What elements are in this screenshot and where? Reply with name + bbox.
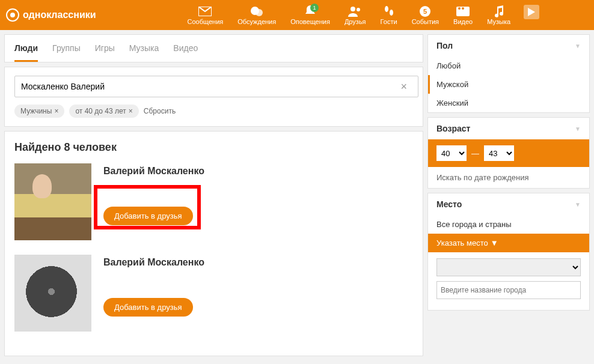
filter-header[interactable]: Место ▼ — [428, 193, 589, 215]
svg-point-10 — [462, 7, 464, 10]
chip-age[interactable]: от 40 до 43 лет× — [69, 105, 138, 118]
chevron-down-icon: ▼ — [575, 126, 581, 132]
nav-events[interactable]: 5 События — [405, 5, 446, 25]
chip-remove-icon[interactable]: × — [129, 107, 133, 115]
nav-label: Гости — [381, 18, 397, 25]
gender-male[interactable]: Мужской — [428, 75, 589, 94]
nav-music[interactable]: Музыка — [480, 5, 518, 25]
results-panel: Найдено 8 человек Валерий Москаленко Доб… — [4, 131, 423, 356]
nav-label: Друзья — [344, 18, 366, 25]
friends-icon — [344, 5, 366, 18]
clear-icon[interactable]: × — [400, 80, 407, 93]
nav-video[interactable]: Видео — [446, 5, 480, 25]
envelope-icon — [188, 5, 224, 18]
place-choose[interactable]: Указать место ▼ — [428, 234, 589, 252]
svg-point-2 — [351, 7, 355, 11]
nav-label: Музыка — [487, 18, 510, 25]
chevron-down-icon: ▼ — [575, 201, 581, 208]
age-from-select[interactable]: 40 — [436, 145, 467, 161]
svg-text:5: 5 — [423, 8, 427, 15]
nav: Сообщения Обсуждения 1 Оповещения Друзья… — [180, 5, 540, 25]
nav-discussions[interactable]: Обсуждения — [230, 5, 283, 25]
svg-point-5 — [390, 10, 393, 16]
add-friend-button[interactable]: Добавить в друзья — [103, 207, 193, 225]
tab-people[interactable]: Люди — [14, 35, 38, 62]
dash: — — [471, 149, 479, 158]
chip-remove-icon[interactable]: × — [54, 107, 58, 115]
filter-place: Место ▼ Все города и страны Указать мест… — [427, 193, 590, 311]
nav-label: Обсуждения — [237, 18, 276, 25]
caret-down-icon: ▼ — [491, 238, 498, 247]
city-input[interactable] — [436, 281, 581, 299]
search-tabs: Люди Группы Игры Музыка Видео — [4, 34, 423, 62]
filter-gender: Пол ▼ Любой Мужской Женский — [427, 34, 590, 113]
tab-music[interactable]: Музыка — [129, 35, 159, 62]
gender-any[interactable]: Любой — [428, 56, 589, 75]
filter-chips: Мужчины× от 40 до 43 лет× Сбросить — [14, 105, 413, 118]
age-to-select[interactable]: 43 — [484, 145, 514, 161]
chip-gender[interactable]: Мужчины× — [14, 105, 64, 118]
nav-guests[interactable]: Гости — [373, 5, 405, 25]
result-name[interactable]: Валерий Москаленко — [103, 257, 413, 268]
filter-header[interactable]: Возраст ▼ — [428, 118, 589, 139]
avatar[interactable] — [14, 163, 91, 240]
search-input[interactable] — [14, 76, 418, 97]
tab-games[interactable]: Игры — [95, 35, 115, 62]
tab-groups[interactable]: Группы — [52, 35, 81, 62]
result-item: Валерий Москаленко Добавить в друзья — [14, 255, 413, 332]
tab-video[interactable]: Видео — [173, 35, 198, 62]
avatar[interactable] — [14, 255, 91, 332]
search-box: × Мужчины× от 40 до 43 лет× Сбросить — [4, 67, 423, 127]
footsteps-icon — [381, 5, 397, 18]
nav-friends[interactable]: Друзья — [337, 5, 373, 25]
music-icon — [487, 5, 510, 18]
nav-messages[interactable]: Сообщения — [180, 5, 231, 25]
filter-header[interactable]: Пол ▼ — [428, 35, 589, 56]
events-icon: 5 — [412, 5, 439, 18]
chat-icon — [237, 5, 276, 18]
place-all[interactable]: Все города и страны — [428, 215, 589, 234]
filters-column: Пол ▼ Любой Мужской Женский Возраст ▼ 40… — [427, 34, 590, 356]
brand-name: одноклассники — [23, 10, 96, 20]
result-item: Валерий Москаленко Добавить в друзья — [14, 163, 413, 240]
notif-badge: 1 — [310, 4, 319, 12]
nav-label: Видео — [453, 18, 473, 25]
logo-icon — [6, 8, 19, 22]
nav-notifications[interactable]: 1 Оповещения — [283, 5, 337, 25]
place-inputs — [428, 252, 589, 310]
svg-point-3 — [357, 8, 360, 11]
chevron-down-icon: ▼ — [575, 43, 581, 49]
country-select[interactable] — [436, 258, 581, 276]
topbar: одноклассники Сообщения Обсуждения 1 Опо… — [0, 0, 594, 30]
video-icon — [453, 5, 473, 18]
svg-point-4 — [385, 6, 388, 12]
svg-point-9 — [458, 7, 461, 10]
filter-age: Возраст ▼ 40 — 43 Искать по дате рождени… — [427, 117, 590, 189]
nav-label: События — [412, 18, 439, 25]
svg-point-1 — [256, 9, 263, 16]
age-range-row: 40 — 43 — [428, 139, 589, 167]
play-button[interactable] — [524, 5, 539, 19]
play-icon — [528, 8, 535, 16]
nav-label: Оповещения — [290, 18, 330, 25]
search-by-birthdate[interactable]: Искать по дате рождения — [428, 167, 589, 188]
reset-filters[interactable]: Сбросить — [144, 107, 176, 115]
left-column: Люди Группы Игры Музыка Видео × Мужчины×… — [4, 34, 423, 356]
results-heading: Найдено 8 человек — [14, 141, 413, 154]
nav-label: Сообщения — [188, 18, 224, 25]
add-friend-button[interactable]: Добавить в друзья — [103, 298, 193, 317]
gender-female[interactable]: Женский — [428, 94, 589, 112]
result-name[interactable]: Валерий Москаленко — [103, 166, 413, 177]
logo[interactable]: одноклассники — [6, 8, 96, 22]
main: Люди Группы Игры Музыка Видео × Мужчины×… — [0, 30, 594, 360]
